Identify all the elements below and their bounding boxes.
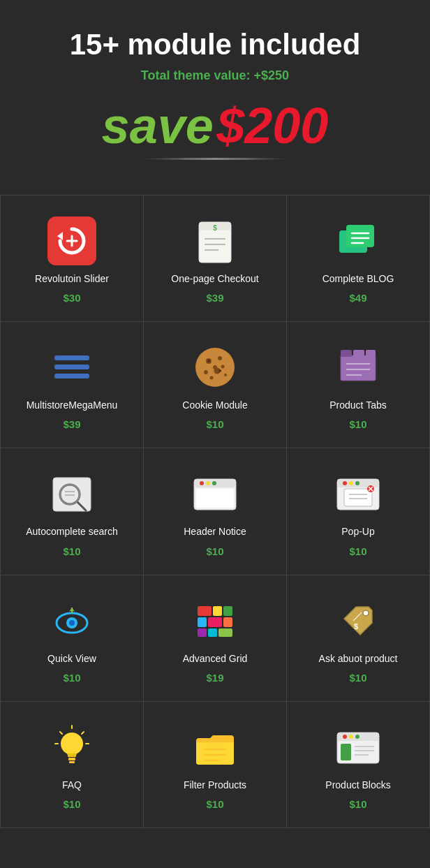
svg-point-90: [355, 735, 359, 739]
module-complete-blog: Complete BLOG $49: [287, 196, 430, 322]
module-popup: Pop-Up $10: [287, 448, 430, 575]
svg-point-50: [349, 481, 353, 485]
svg-text:$: $: [213, 224, 217, 232]
module-price: $39: [206, 292, 223, 304]
filter-products-icon: [191, 723, 239, 772]
module-name: Advanced Grid: [183, 652, 248, 665]
module-price: $39: [63, 418, 80, 430]
module-name: Autocomplete search: [26, 525, 118, 538]
popup-icon: [334, 469, 383, 518]
module-header-notice: Header Notice $10: [144, 448, 287, 575]
module-name: Quick View: [47, 652, 96, 665]
module-name: Product Tabs: [329, 399, 386, 411]
svg-rect-29: [341, 350, 352, 357]
svg-point-43: [200, 481, 204, 485]
module-price: $10: [349, 798, 366, 810]
svg-point-21: [221, 365, 225, 369]
hero-section: 15+ module included Total theme value: +…: [0, 0, 430, 195]
svg-rect-65: [198, 617, 207, 627]
module-name: One-page Checkout: [171, 272, 258, 285]
module-name: MultistoreMegaMenu: [27, 399, 118, 411]
svg-rect-31: [366, 350, 376, 357]
svg-rect-66: [208, 617, 222, 627]
module-price: $49: [349, 292, 366, 304]
svg-rect-91: [341, 744, 351, 760]
module-autocomplete-search: Autocomplete search $10: [1, 448, 144, 575]
hero-title: 15+ module included: [14, 28, 416, 61]
quick-view-icon: [47, 596, 96, 645]
svg-rect-14: [54, 365, 89, 369]
svg-rect-67: [223, 617, 232, 627]
svg-rect-69: [208, 628, 217, 637]
module-name: Product Blocks: [325, 779, 390, 791]
module-price: $10: [349, 545, 366, 557]
header-notice-icon: [191, 469, 239, 518]
svg-text:$: $: [354, 622, 358, 631]
decorative-underline: [138, 158, 292, 160]
svg-point-45: [212, 481, 216, 485]
total-value-text: Total theme value: +$250: [14, 68, 416, 83]
revolution-slider-icon: [47, 216, 96, 265]
svg-rect-27: [341, 355, 376, 381]
module-filter-products: Filter Products $10: [144, 702, 287, 828]
svg-point-22: [210, 376, 214, 380]
module-price: $10: [206, 418, 223, 430]
svg-line-82: [60, 732, 62, 734]
ask-product-icon: $: [334, 596, 383, 645]
module-price: $10: [206, 545, 223, 557]
svg-point-49: [343, 481, 347, 485]
module-product-tabs: Product Tabs $10: [287, 322, 430, 448]
product-blocks-icon: [334, 723, 383, 772]
svg-point-74: [61, 733, 83, 755]
module-quick-view: Quick View $10: [1, 575, 144, 702]
faq-icon: [47, 723, 96, 772]
module-cookie: Cookie Module $10: [144, 322, 287, 448]
svg-point-23: [224, 374, 227, 376]
svg-rect-70: [218, 628, 232, 637]
svg-point-18: [218, 356, 222, 360]
svg-point-24: [213, 365, 217, 369]
module-advanced-grid: Advanced Grid $19: [144, 575, 287, 702]
module-name: FAQ: [62, 779, 82, 791]
svg-rect-77: [69, 761, 75, 763]
module-name: Header Notice: [184, 525, 246, 538]
module-name: Pop-Up: [341, 525, 374, 538]
megamenu-icon: [47, 343, 96, 392]
svg-point-88: [343, 735, 347, 739]
onepage-checkout-icon: $: [191, 216, 239, 265]
svg-point-44: [206, 481, 210, 485]
complete-blog-icon: [334, 216, 383, 265]
svg-point-26: [218, 369, 221, 372]
svg-point-19: [204, 370, 208, 374]
module-price: $30: [63, 292, 80, 304]
svg-rect-13: [54, 355, 89, 360]
advanced-grid-icon: [191, 596, 239, 645]
svg-point-71: [363, 610, 369, 616]
module-price: $10: [63, 798, 80, 810]
save-prefix: save: [102, 97, 214, 154]
module-product-blocks: Product Blocks $10: [287, 702, 430, 828]
module-onepage-checkout: $ One-page Checkout $39: [144, 196, 287, 322]
cookie-icon: [191, 343, 239, 392]
svg-rect-63: [213, 606, 222, 616]
svg-point-25: [207, 360, 210, 362]
svg-rect-52: [344, 489, 372, 506]
save-amount: $200: [216, 97, 328, 154]
total-label: Total theme value:: [141, 68, 251, 82]
total-amount: +$250: [254, 68, 290, 82]
svg-point-89: [349, 735, 353, 739]
product-tabs-icon: [334, 343, 383, 392]
module-faq: FAQ $10: [1, 702, 144, 828]
module-megamenu: MultistoreMegaMenu $39: [1, 322, 144, 448]
module-name: Complete BLOG: [322, 272, 394, 285]
module-name: Ask abuot product: [319, 652, 398, 665]
svg-rect-35: [53, 478, 91, 511]
module-ask-product: $ Ask abuot product $10: [287, 575, 430, 702]
modules-grid: Revolutoin Slider $30 $ One-page Checkou…: [0, 195, 430, 828]
module-price: $10: [206, 798, 223, 810]
svg-rect-15: [54, 374, 89, 378]
svg-rect-76: [68, 758, 75, 760]
svg-point-60: [69, 620, 75, 626]
svg-rect-46: [196, 489, 234, 508]
save-text-container: save $200: [14, 97, 416, 154]
